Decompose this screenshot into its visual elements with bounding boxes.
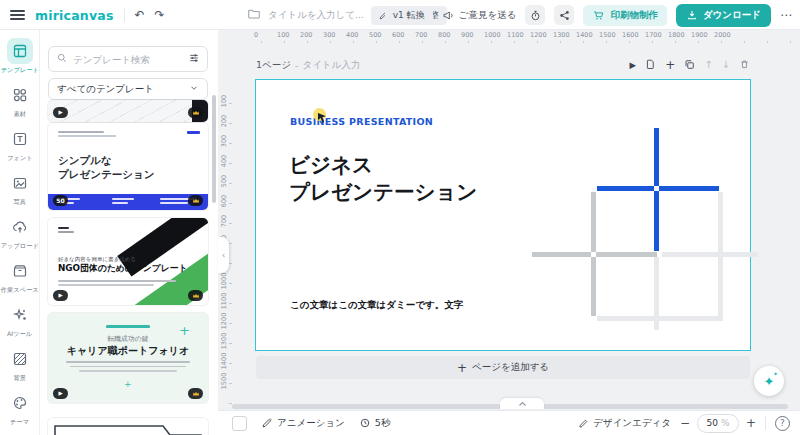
- timer-icon: [529, 9, 542, 22]
- crown-icon: [192, 292, 200, 299]
- ai-sparkle-icon: [7, 302, 33, 328]
- template-thumbnail-dark[interactable]: ▶: [48, 100, 208, 122]
- page-count-badge: 50: [53, 195, 68, 206]
- slide-page[interactable]: BUSINESS PRESENTATION ビジネス プレゼンテーション この文…: [256, 80, 750, 350]
- search-icon: [56, 52, 68, 66]
- zoom-level-input[interactable]: 50 %: [697, 414, 739, 433]
- sidebar-item-qr-code[interactable]: QRコード: [0, 431, 40, 435]
- bottom-bar: アニメーション 5秒 デザインエディタ − 50 % + ?: [218, 410, 800, 435]
- megaphone-icon: [442, 9, 455, 22]
- font-icon: [7, 126, 33, 152]
- brand-logo[interactable]: miricanvas: [35, 8, 114, 23]
- feedback-button[interactable]: ご意見を送る: [442, 9, 517, 22]
- zoom-out-button[interactable]: −: [680, 417, 690, 429]
- left-icon-rail: テンプレート 素材 フォント 写真 アップロード 作業スペース AIツール 背: [0, 30, 40, 435]
- move-page-down-icon[interactable]: ↓: [722, 60, 730, 70]
- panel-collapse-handle[interactable]: ‹: [218, 237, 229, 273]
- sidebar-item-theme[interactable]: テーマ: [0, 387, 40, 431]
- workspace-icon: [7, 258, 33, 284]
- v1-switch-button[interactable]: v1 転換: [385, 6, 433, 25]
- panel-scrollbar-thumb[interactable]: [212, 95, 216, 203]
- play-badge: ▶: [53, 107, 68, 118]
- premium-crown-badge: [188, 195, 203, 206]
- slide-body-text[interactable]: この文章はこの文章はダミーです。文字: [290, 299, 463, 312]
- move-page-up-icon[interactable]: ↑: [704, 60, 712, 70]
- pencil-icon: [578, 418, 589, 429]
- ruler-vertical: 1002003004005006007008009001000110012001…: [218, 43, 232, 405]
- template-thumbnail-ngo[interactable]: 好きな内容を簡単に書き込める NGO団体のためのテンプレート ▶: [48, 218, 208, 305]
- add-page-icon[interactable]: +: [665, 59, 675, 71]
- template-thumbnail-longtext[interactable]: 長文、短文どちらにも対応: [48, 418, 208, 435]
- sidebar-item-upload[interactable]: アップロード: [0, 211, 40, 255]
- menu-icon[interactable]: [10, 10, 25, 20]
- top-bar: miricanvas ↶ ↷ タイトルを入力して... サイズ調整 v1 転換 …: [0, 0, 800, 30]
- page-grid-view-button[interactable]: [232, 416, 247, 431]
- download-icon: [686, 9, 698, 21]
- animation-button[interactable]: アニメーション: [261, 417, 345, 430]
- divider: [124, 8, 125, 22]
- design-editor-button[interactable]: デザインエディタ: [578, 417, 671, 430]
- plus-decoration: +: [124, 379, 132, 389]
- sidebar-item-template[interactable]: テンプレート: [0, 35, 40, 79]
- elements-icon: [7, 82, 33, 108]
- slide-kicker-text[interactable]: BUSINESS PRESENTATION: [290, 116, 433, 127]
- sidebar-item-font[interactable]: フォント: [0, 123, 40, 167]
- sparkle-icon: ✦: [773, 371, 778, 377]
- chevron-up-icon: [518, 401, 527, 407]
- page-title[interactable]: 1ページ - タイトル入力: [256, 59, 360, 72]
- search-input[interactable]: [73, 54, 183, 65]
- upload-cloud-icon: [7, 214, 33, 240]
- template-icon: [7, 38, 33, 64]
- background-icon: [7, 346, 33, 372]
- palette-icon: [7, 390, 33, 416]
- sidebar-item-workspace[interactable]: 作業スペース: [0, 255, 40, 299]
- duration-button[interactable]: 5秒: [359, 417, 391, 430]
- clock-icon: [359, 417, 371, 429]
- timeline-expand-tab[interactable]: [500, 398, 544, 409]
- new-page-icon[interactable]: [645, 58, 656, 72]
- delete-page-icon[interactable]: [739, 59, 750, 72]
- animation-pen-icon: [261, 417, 273, 429]
- template-panel: すべてのテンプレート ▶ シンプルなプレゼンテーション 50: [40, 30, 218, 435]
- redo-icon[interactable]: ↷: [155, 9, 165, 21]
- print-production-button[interactable]: 印刷物制作: [583, 5, 667, 26]
- zoom-in-button[interactable]: +: [746, 417, 756, 429]
- ai-assistant-button[interactable]: ✦ ✦: [754, 366, 784, 396]
- play-badge: ▶: [53, 388, 68, 399]
- plus-decoration: +: [179, 323, 190, 338]
- more-options-button[interactable]: ⋯: [780, 9, 792, 21]
- add-page-button[interactable]: + ページを追加する: [256, 356, 750, 379]
- template-search[interactable]: [48, 46, 208, 72]
- folder-outline: [54, 425, 202, 435]
- premium-crown-badge: [188, 388, 203, 399]
- chevron-down-icon: [189, 83, 199, 95]
- divider: [765, 416, 766, 430]
- template-category-select[interactable]: すべてのテンプレート: [48, 78, 208, 100]
- sidebar-item-ai-tools[interactable]: AIツール: [0, 299, 40, 343]
- ruler-horizontal: 0100200300400500600700800900100011001200…: [232, 30, 800, 43]
- slide-title-text[interactable]: ビジネス プレゼンテーション: [289, 152, 477, 206]
- premium-crown-badge: [188, 290, 203, 301]
- document-title[interactable]: タイトルを入力して...: [268, 9, 364, 22]
- help-button[interactable]: ?: [775, 416, 790, 431]
- share-icon: [558, 9, 571, 22]
- timer-button[interactable]: [525, 5, 545, 25]
- collaborator-cursor: [313, 108, 326, 121]
- download-button[interactable]: ダウンロード: [676, 4, 771, 27]
- template-thumbnail-simple-presentation[interactable]: シンプルなプレゼンテーション 50: [48, 123, 208, 210]
- sidebar-item-elements[interactable]: 素材: [0, 79, 40, 123]
- crown-icon: [192, 197, 200, 204]
- page-header: 1ページ - タイトル入力 ▶ + ↑ ↓: [256, 56, 750, 74]
- folder-icon: [247, 7, 261, 23]
- sidebar-item-photo[interactable]: 写真: [0, 167, 40, 211]
- share-button[interactable]: [554, 5, 574, 25]
- sidebar-item-background[interactable]: 背景: [0, 343, 40, 387]
- template-thumbnail-career-portfolio[interactable]: 転職成功の鍵 キャリア職ポートフォリオ + + ▶: [48, 313, 208, 403]
- undo-icon[interactable]: ↶: [135, 9, 145, 21]
- filter-sliders-icon[interactable]: [188, 52, 200, 66]
- duplicate-page-icon[interactable]: [684, 59, 695, 72]
- plus-icon: +: [457, 361, 467, 375]
- crown-icon: [192, 390, 200, 397]
- photo-icon: [7, 170, 33, 196]
- play-page-icon[interactable]: ▶: [630, 61, 637, 70]
